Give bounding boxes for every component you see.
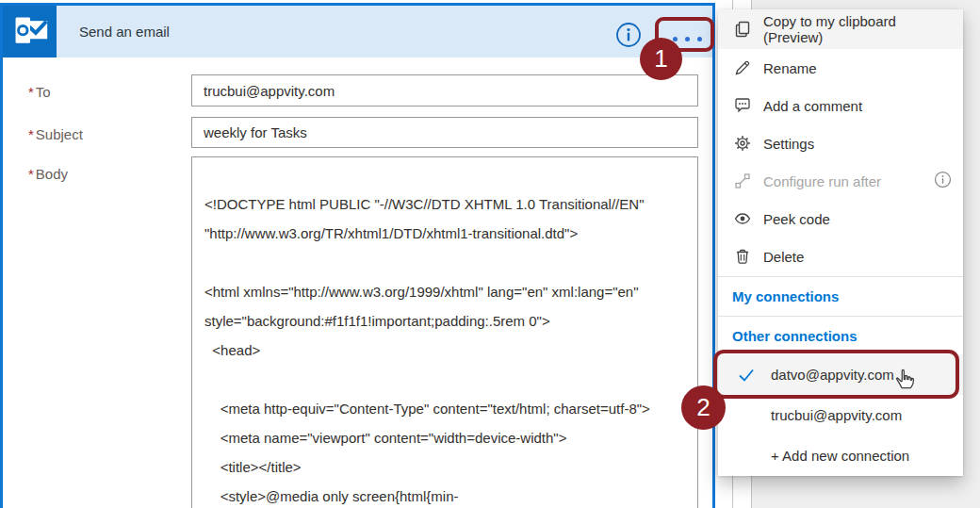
action-title: Send an email [79, 24, 170, 40]
subject-input[interactable] [191, 117, 698, 148]
menu-item-label: Peek code [763, 211, 830, 227]
required-asterisk: * [28, 166, 34, 182]
comment-icon [733, 96, 752, 115]
gear-icon [733, 134, 752, 153]
menu-item-configure-run-after: Configure run after [718, 162, 963, 200]
connection-label: + Add new connection [771, 448, 909, 464]
section-my-connections: My connections [718, 278, 963, 315]
connection-item-trucbui[interactable]: trucbui@appvity.com [718, 395, 963, 435]
menu-item-label: Copy to my clipboard (Preview) [763, 13, 952, 45]
menu-item-label: Configure run after [763, 173, 881, 189]
info-button[interactable] [615, 22, 642, 48]
menu-item-peek-code[interactable]: Peek code [718, 200, 963, 238]
menu-item-rename[interactable]: Rename [718, 49, 963, 87]
required-asterisk: * [28, 84, 34, 100]
connection-label: trucbui@appvity.com [771, 407, 902, 423]
body-label: *Body [28, 166, 68, 182]
menu-item-copy-to-clipboard[interactable]: Copy to my clipboard (Preview) [718, 9, 963, 49]
run-after-icon [733, 172, 752, 190]
info-icon[interactable] [934, 171, 952, 191]
trash-icon [733, 247, 752, 266]
section-other-connections: Other connections [718, 318, 963, 354]
to-input[interactable] [191, 74, 698, 107]
subject-label: *Subject [28, 126, 83, 142]
ellipsis-dot [697, 37, 702, 41]
ellipsis-dot [673, 37, 678, 41]
add-new-connection[interactable]: + Add new connection [718, 435, 963, 476]
more-menu-button[interactable] [662, 25, 713, 53]
connection-label: datvo@appvity.com [771, 367, 894, 383]
menu-item-label: Rename [763, 60, 817, 76]
ellipsis-dot [685, 37, 690, 41]
menu-divider [718, 316, 963, 317]
card-header[interactable]: Send an email [3, 6, 712, 57]
menu-item-label: Settings [763, 136, 814, 152]
required-asterisk: * [28, 126, 34, 142]
copy-icon [733, 20, 752, 39]
body-html-content: <!DOCTYPE html PUBLIC "-//W3C//DTD XHTML… [192, 157, 697, 508]
menu-item-label: Delete [763, 249, 804, 265]
outlook-icon [3, 6, 57, 57]
menu-item-add-comment[interactable]: Add a comment [718, 87, 963, 124]
action-context-menu: Copy to my clipboard (Preview) Rename Ad… [718, 9, 963, 476]
menu-item-settings[interactable]: Settings [718, 124, 963, 162]
menu-item-label: Add a comment [763, 98, 862, 114]
body-input[interactable]: <!DOCTYPE html PUBLIC "-//W3C//DTD XHTML… [191, 156, 698, 508]
check-icon [737, 367, 760, 384]
send-email-action-card: Send an email *To *Subject *Body <!DOCTY… [0, 3, 715, 508]
connection-item-datvo[interactable]: datvo@appvity.com [718, 354, 963, 395]
pencil-icon [733, 58, 752, 77]
menu-item-delete[interactable]: Delete [718, 238, 963, 275]
to-label: *To [28, 84, 51, 100]
menu-divider [718, 276, 963, 277]
eye-icon [733, 209, 752, 228]
